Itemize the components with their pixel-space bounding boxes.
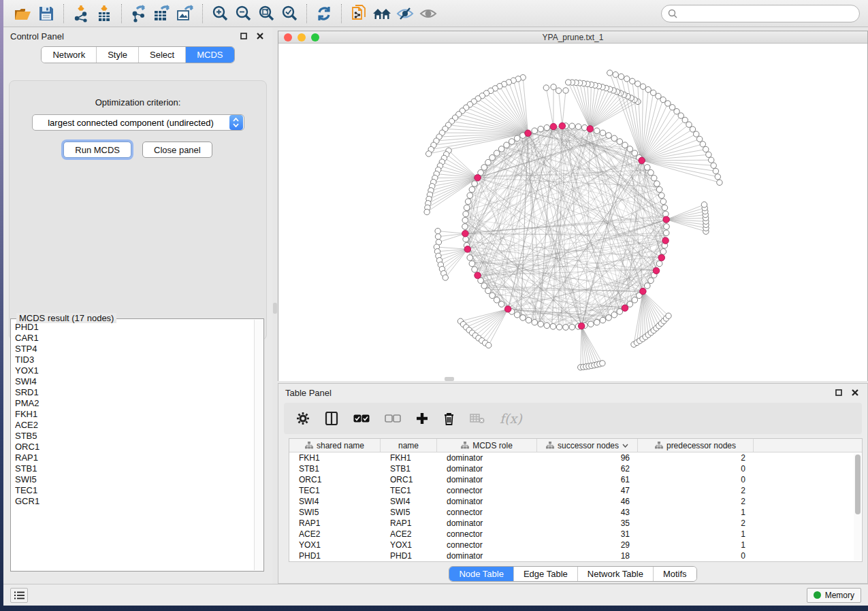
ring-node[interactable] <box>594 319 600 325</box>
mcds-hub-node[interactable] <box>504 306 511 312</box>
ring-node[interactable] <box>526 317 532 323</box>
ring-node[interactable] <box>656 186 662 193</box>
ring-node[interactable] <box>600 317 606 323</box>
satellite-node[interactable] <box>624 76 630 82</box>
mcds-result-item[interactable]: STP4 <box>15 344 254 354</box>
float-table-panel-button[interactable] <box>833 387 844 398</box>
ring-node[interactable] <box>611 135 617 142</box>
search-box[interactable] <box>661 5 860 22</box>
mcds-result-item[interactable]: SRD1 <box>15 387 254 398</box>
satellite-node[interactable] <box>613 71 618 77</box>
satellite-node[interactable] <box>640 84 645 89</box>
open-file-button[interactable] <box>12 3 35 24</box>
zoom-selected-button[interactable] <box>278 3 301 24</box>
ring-node[interactable] <box>544 125 550 131</box>
network-window-titlebar[interactable]: YPA_prune.txt_1 <box>278 31 867 44</box>
export-network-button[interactable] <box>127 3 150 24</box>
mcds-result-item[interactable]: SWI5 <box>15 474 254 485</box>
table-row[interactable]: ORC1ORC1dominator610 <box>289 474 862 485</box>
ring-node[interactable] <box>550 324 556 330</box>
mcds-result-scrollbar[interactable] <box>254 320 263 570</box>
satellite-node[interactable] <box>696 136 702 142</box>
ring-node[interactable] <box>588 321 594 327</box>
ring-node[interactable] <box>467 193 473 199</box>
delete-table-button[interactable] <box>470 413 485 424</box>
table-scrollbar-thumb[interactable] <box>855 455 861 514</box>
satellite-node[interactable] <box>711 163 716 168</box>
table-row[interactable]: PHD1PHD1dominator180 <box>289 550 862 561</box>
zoom-out-button[interactable] <box>231 3 255 24</box>
satellite-node[interactable] <box>435 228 440 233</box>
mcds-hub-node[interactable] <box>578 323 585 329</box>
table-scrollbar[interactable] <box>854 453 861 561</box>
ring-node[interactable] <box>463 236 469 242</box>
tab-node-table[interactable]: Node Table <box>449 567 513 581</box>
ring-node[interactable] <box>464 205 470 211</box>
mcds-hub-node[interactable] <box>587 126 594 133</box>
ring-node[interactable] <box>617 139 623 145</box>
mcds-hub-node[interactable] <box>622 305 628 312</box>
ring-node[interactable] <box>485 288 492 294</box>
ring-node[interactable] <box>472 181 478 187</box>
table-row[interactable]: YOX1YOX1connector291 <box>289 540 862 550</box>
split-divider-handle[interactable] <box>273 303 277 314</box>
ring-node[interactable] <box>663 230 669 236</box>
ring-node[interactable] <box>472 267 478 273</box>
function-builder-button[interactable]: f(x) <box>500 411 522 426</box>
tab-network[interactable]: Network <box>42 47 96 63</box>
column-header-predecessor-nodes[interactable]: predecessor nodes <box>638 439 754 452</box>
ring-node[interactable] <box>556 324 562 330</box>
table-row[interactable]: RAP1RAP1dominator352 <box>289 518 862 529</box>
ring-node[interactable] <box>654 181 660 187</box>
ring-node[interactable] <box>651 175 657 181</box>
select-all-button[interactable] <box>353 414 370 423</box>
satellite-node[interactable] <box>715 174 720 180</box>
run-mcds-button[interactable]: Run MCDS <box>63 142 131 158</box>
ring-node[interactable] <box>622 142 628 148</box>
satellite-node[interactable] <box>666 313 671 318</box>
mcds-hub-node[interactable] <box>662 237 669 244</box>
ring-node[interactable] <box>462 217 468 223</box>
ring-node[interactable] <box>663 211 669 217</box>
satellite-node[interactable] <box>563 88 568 93</box>
mcds-result-item[interactable]: FKH1 <box>15 409 254 420</box>
column-header-MCDS-role[interactable]: MCDS role <box>437 439 537 452</box>
ring-node[interactable] <box>520 315 526 321</box>
tab-edge-table[interactable]: Edge Table <box>513 567 577 581</box>
mcds-hub-node[interactable] <box>640 288 647 295</box>
mcds-result-item[interactable]: ORC1 <box>15 442 254 452</box>
mcds-hub-node[interactable] <box>475 272 481 279</box>
satellite-node[interactable] <box>660 97 666 102</box>
satellite-node[interactable] <box>700 142 705 147</box>
show-panel-button[interactable] <box>417 3 440 24</box>
delete-column-button[interactable] <box>443 412 455 425</box>
export-table-button[interactable] <box>150 3 174 24</box>
ring-node[interactable] <box>498 301 504 308</box>
ring-node[interactable] <box>606 133 612 139</box>
ring-node[interactable] <box>514 312 520 318</box>
satellite-node[interactable] <box>694 131 699 137</box>
mcds-hub-node[interactable] <box>658 254 665 261</box>
zoom-in-button[interactable] <box>208 3 231 24</box>
float-panel-button[interactable] <box>238 31 249 42</box>
save-session-button[interactable] <box>35 3 58 24</box>
satellite-node[interactable] <box>425 151 431 156</box>
ring-node[interactable] <box>648 278 654 284</box>
satellite-node[interactable] <box>656 93 661 99</box>
ring-node[interactable] <box>662 205 668 211</box>
share-document-button[interactable] <box>347 3 370 24</box>
satellite-node[interactable] <box>635 81 641 86</box>
mcds-hub-node[interactable] <box>462 231 469 237</box>
search-input[interactable] <box>681 9 853 18</box>
split-divider[interactable] <box>272 27 278 584</box>
tab-style[interactable]: Style <box>96 47 138 63</box>
ring-node[interactable] <box>494 297 500 303</box>
add-column-button[interactable] <box>416 412 428 425</box>
close-table-panel-button[interactable] <box>850 387 861 398</box>
column-header-name[interactable]: name <box>381 439 437 452</box>
table-row[interactable]: SWI5SWI5connector431 <box>289 507 862 518</box>
mcds-result-item[interactable]: SWI4 <box>15 376 254 387</box>
tab-network-table[interactable]: Network Table <box>577 567 653 581</box>
satellite-node[interactable] <box>708 157 713 163</box>
ring-node[interactable] <box>469 186 475 193</box>
